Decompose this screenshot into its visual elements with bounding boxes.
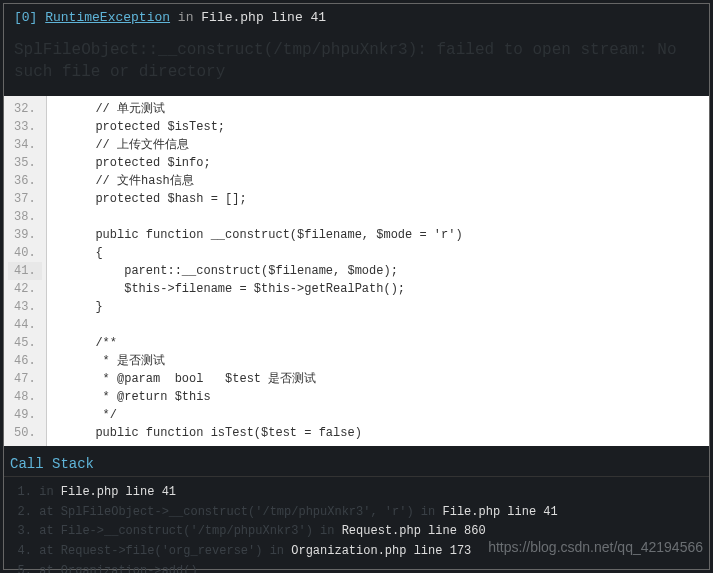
line-number: 35. — [8, 154, 42, 172]
code-line: { — [47, 244, 709, 262]
code-line: protected $isTest; — [47, 118, 709, 136]
callstack-row[interactable]: 5. at Organization->add() — [14, 562, 699, 573]
line-number: 48. — [8, 388, 42, 406]
callstack-list: 1. in File.php line 412. at SplFileObjec… — [4, 477, 709, 573]
in-label: in — [178, 10, 194, 25]
code-line: parent::__construct($filename, $mode); — [47, 262, 709, 280]
code-line: * @param bool $test 是否测试 — [47, 370, 709, 388]
line-number: 44. — [8, 316, 42, 334]
line-number: 34. — [8, 136, 42, 154]
stack-at: in — [32, 485, 61, 499]
code-line: */ — [47, 406, 709, 424]
watermark: https://blog.csdn.net/qq_42194566 — [488, 539, 703, 555]
line-number: 37. — [8, 190, 42, 208]
stack-file[interactable]: Request.php line 860 — [342, 524, 486, 538]
line-number: 33. — [8, 118, 42, 136]
exception-class[interactable]: RuntimeException — [45, 10, 170, 25]
line-number: 45. — [8, 334, 42, 352]
line-number: 47. — [8, 370, 42, 388]
code-line: * @return $this — [47, 388, 709, 406]
error-panel: [0] RuntimeException in File.php line 41… — [3, 3, 710, 570]
line-gutter: 32.33.34.35.36.37.38.39.40.41.42.43.44.4… — [4, 96, 47, 446]
stack-at: at — [32, 564, 61, 573]
stack-index: 4. — [14, 542, 32, 562]
code-line — [47, 208, 709, 226]
code-source: // 单元测试 protected $isTest; // 上传文件信息 pro… — [47, 96, 709, 446]
stack-at: at — [32, 505, 61, 519]
line-number: 43. — [8, 298, 42, 316]
exception-index: [0] — [14, 10, 37, 25]
line-number: 39. — [8, 226, 42, 244]
stack-trace: File->__construct('/tmp/phpuXnkr3') in — [61, 524, 342, 538]
code-line — [47, 316, 709, 334]
exception-header: [0] RuntimeException in File.php line 41 — [4, 4, 709, 31]
line-number: 38. — [8, 208, 42, 226]
line-number: 32. — [8, 100, 42, 118]
code-block: 32.33.34.35.36.37.38.39.40.41.42.43.44.4… — [4, 96, 709, 446]
line-number: 42. — [8, 280, 42, 298]
code-line: $this->filename = $this->getRealPath(); — [47, 280, 709, 298]
stack-index: 3. — [14, 522, 32, 542]
line-number: 36. — [8, 172, 42, 190]
stack-trace: SplFileObject->__construct('/tmp/phpuXnk… — [61, 505, 443, 519]
line-number: 49. — [8, 406, 42, 424]
stack-index: 1. — [14, 483, 32, 503]
line-number: 40. — [8, 244, 42, 262]
callstack-row[interactable]: 1. in File.php line 41 — [14, 483, 699, 503]
callstack-row[interactable]: 2. at SplFileObject->__construct('/tmp/p… — [14, 503, 699, 523]
stack-index: 5. — [14, 562, 32, 573]
line-number: 50. — [8, 424, 42, 442]
stack-index: 2. — [14, 503, 32, 523]
stack-at: at — [32, 524, 61, 538]
stack-trace: Organization->add() — [61, 564, 198, 573]
line-number: 46. — [8, 352, 42, 370]
code-line: // 文件hash信息 — [47, 172, 709, 190]
code-line: } — [47, 298, 709, 316]
stack-file[interactable]: Organization.php line 173 — [291, 544, 471, 558]
code-line: public function __construct($filename, $… — [47, 226, 709, 244]
code-line: // 单元测试 — [47, 100, 709, 118]
stack-file[interactable]: File.php line 41 — [61, 485, 176, 499]
code-line: * 是否测试 — [47, 352, 709, 370]
line-number: 41. — [8, 262, 42, 280]
exception-location[interactable]: File.php line 41 — [201, 10, 326, 25]
stack-trace: Request->file('org_reverse') in — [61, 544, 291, 558]
stack-file[interactable]: File.php line 41 — [442, 505, 557, 519]
stack-at: at — [32, 544, 61, 558]
code-line: protected $info; — [47, 154, 709, 172]
callstack-title: Call Stack — [4, 446, 709, 477]
code-line: // 上传文件信息 — [47, 136, 709, 154]
error-message: SplFileObject::__construct(/tmp/phpuXnkr… — [4, 31, 709, 96]
code-line: public function isTest($test = false) — [47, 424, 709, 442]
code-line: /** — [47, 334, 709, 352]
code-line: protected $hash = []; — [47, 190, 709, 208]
